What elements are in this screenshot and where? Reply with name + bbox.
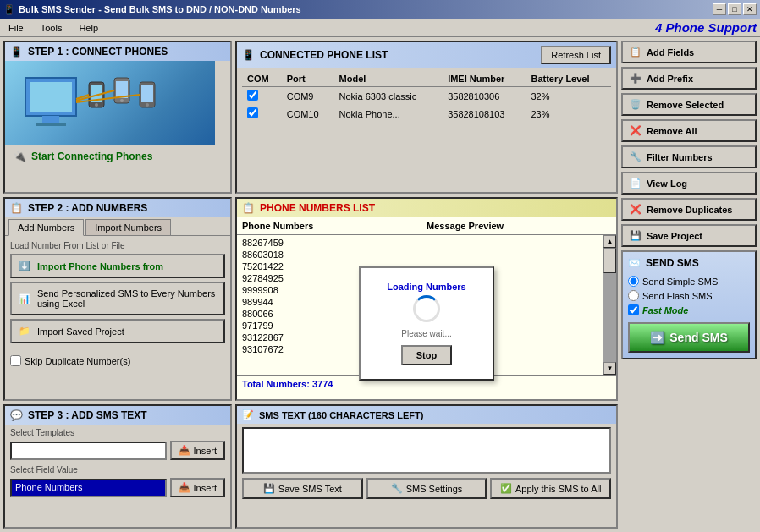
send-sms-button[interactable]: ➡️ Send SMS (628, 322, 750, 353)
step2-title: 📋 STEP 2 : ADD NUMBERS (5, 199, 230, 217)
cell-checkbox[interactable] (242, 87, 282, 106)
sms-textarea[interactable] (242, 427, 611, 474)
view-log-label: View Log (647, 178, 687, 189)
save-project-icon: 💾 (630, 230, 642, 241)
field-value-row: Phone Numbers 📥 Insert (5, 476, 230, 499)
apply-sms-button[interactable]: ✅ Apply this SMS to All (490, 478, 611, 499)
col-model: Model (334, 71, 443, 87)
minimize-button[interactable]: ─ (713, 3, 726, 15)
menu-tools[interactable]: Tools (36, 21, 68, 35)
view-log-button[interactable]: 📄 View Log (621, 172, 757, 195)
col-imei: IMEI Number (443, 71, 526, 87)
cell-checkbox[interactable] (242, 105, 282, 123)
tab-add-numbers[interactable]: Add Numbers (8, 219, 84, 236)
sms-settings-label: SMS Settings (406, 484, 463, 494)
step2-tab-bar: Add Numbers Import Numbers (5, 217, 230, 236)
sms-text-icon: 📝 (242, 409, 254, 420)
numbers-title: 📋 PHONE NUMBERS LIST (237, 199, 616, 217)
remove-duplicates-label: Remove Duplicates (647, 205, 732, 215)
insert-field-icon: 📥 (179, 482, 190, 493)
phone-image (5, 61, 215, 145)
close-button[interactable]: ✕ (743, 3, 757, 15)
sms-settings-button[interactable]: 🔧 SMS Settings (366, 478, 487, 499)
step3-title-text: STEP 3 : ADD SMS TEXT (28, 409, 147, 421)
save-sms-button[interactable]: 💾 Save SMS Text (242, 478, 363, 499)
sms-title-text: SMS TEXT (160 CHARACTERS LEFT) (259, 410, 423, 420)
stop-button[interactable]: Stop (401, 345, 452, 365)
send-sms-btn-icon: ➡️ (650, 331, 664, 344)
fast-mode-option[interactable]: Fast Mode (628, 303, 750, 317)
add-numbers-content: Load Number From List or File ⬇️ Import … (5, 236, 230, 352)
insert-icon: 📥 (179, 445, 190, 456)
step3-icon: 💬 (10, 409, 23, 421)
menu-help[interactable]: Help (74, 21, 103, 35)
list-item: 88267459 (242, 237, 611, 249)
remove-selected-icon: 🗑️ (630, 99, 642, 110)
scrollbar[interactable]: ▲ ▼ (603, 235, 616, 375)
skip-duplicate-label: Skip Duplicate Number(s) (25, 356, 130, 366)
title-bar: 📱 Bulk SMS Sender - Send Bulk SMS to DND… (0, 0, 760, 19)
simple-sms-radio[interactable] (628, 276, 639, 287)
svg-rect-3 (36, 123, 66, 126)
template-input[interactable] (10, 442, 167, 460)
menu-file[interactable]: File (3, 21, 29, 35)
fast-mode-label: Fast Mode (642, 305, 688, 315)
send-sms-title-text: SEND SMS (646, 257, 699, 269)
select-templates-label: Select Templates (5, 425, 230, 439)
view-log-icon: 📄 (630, 178, 642, 189)
import-phone-numbers-button[interactable]: ⬇️ Import Phone Numbers from (10, 254, 225, 278)
connected-list-title-text: CONNECTED PHONE LIST (260, 49, 388, 61)
send-sms-title: ✉️ SEND SMS (628, 257, 750, 269)
start-connecting-button[interactable]: 🔌 Start Connecting Phones (5, 145, 230, 167)
maximize-button[interactable]: □ (728, 3, 741, 15)
simple-sms-option[interactable]: Send Simple SMS (628, 274, 750, 288)
flash-sms-option[interactable]: Send Flash SMS (628, 288, 750, 303)
import-project-button[interactable]: 📁 Import Saved Project (10, 319, 225, 343)
remove-all-button[interactable]: ❌ Remove All (621, 119, 757, 142)
scroll-down-button[interactable]: ▼ (603, 362, 616, 375)
row-checkbox[interactable] (247, 107, 258, 118)
field-value-display[interactable]: Phone Numbers (10, 479, 167, 497)
tab-import-numbers[interactable]: Import Numbers (85, 219, 171, 235)
project-icon: 📁 (19, 326, 30, 337)
cell-imei: 3582810306 (443, 87, 526, 106)
cell-battery: 23% (526, 105, 611, 123)
add-fields-button[interactable]: 📋 Add Fields (621, 41, 757, 63)
col-com: COM (242, 71, 282, 87)
computer-phones-graphic (17, 65, 203, 141)
load-label: Load Number From List or File (10, 241, 225, 250)
numbers-panel-inner: 📋 PHONE NUMBERS LIST Phone Numbers Messa… (237, 199, 616, 399)
table-row: COM9 Nokia 6303 classic 3582810306 32% (242, 87, 611, 106)
filter-numbers-button[interactable]: 🔧 Filter Numbers (621, 145, 757, 168)
refresh-button[interactable]: Refresh List (541, 46, 611, 64)
remove-selected-button[interactable]: 🗑️ Remove Selected (621, 93, 757, 116)
window-controls[interactable]: ─ □ ✕ (713, 3, 757, 15)
import-btn-label: Import Phone Numbers from (37, 261, 163, 271)
skip-duplicate-checkbox[interactable] (10, 355, 21, 366)
save-sms-icon: 💾 (263, 483, 275, 494)
step2-panel: 📋 STEP 2 : ADD NUMBERS Add Numbers Impor… (3, 197, 232, 401)
please-wait-text: Please wait... (381, 329, 472, 338)
numbers-col1-header: Phone Numbers (242, 221, 427, 231)
fast-mode-checkbox[interactable] (628, 304, 639, 315)
loading-spinner (413, 295, 440, 322)
scroll-up-button[interactable]: ▲ (603, 235, 616, 248)
connected-icon: 📱 (242, 49, 255, 61)
cell-model: Nokia 6303 classic (334, 87, 443, 106)
flash-sms-radio[interactable] (628, 290, 639, 301)
insert-field-button[interactable]: 📥 Insert (170, 478, 225, 497)
scroll-thumb[interactable] (603, 248, 616, 273)
numbers-title-text: PHONE NUMBERS LIST (260, 202, 375, 214)
remove-duplicates-button[interactable]: ❌ Remove Duplicates (621, 198, 757, 221)
cell-model: Nokia Phone... (334, 105, 443, 123)
row-checkbox[interactable] (247, 90, 258, 101)
save-project-button[interactable]: 💾 Save Project (621, 224, 757, 247)
insert-template-button[interactable]: 📥 Insert (170, 441, 225, 460)
add-prefix-button[interactable]: ➕ Add Prefix (621, 67, 757, 90)
table-row: COM10 Nokia Phone... 35828108103 23% (242, 105, 611, 123)
sms-excel-button[interactable]: 📊 Send Personalized SMS to Every Numbers… (10, 282, 225, 315)
numbers-list-header: Phone Numbers Message Preview (237, 217, 616, 235)
app-icon: 📱 (3, 4, 15, 15)
main-content: 📱 STEP 1 : CONNECT PHONES (0, 37, 760, 532)
sms-settings-icon: 🔧 (391, 483, 403, 494)
